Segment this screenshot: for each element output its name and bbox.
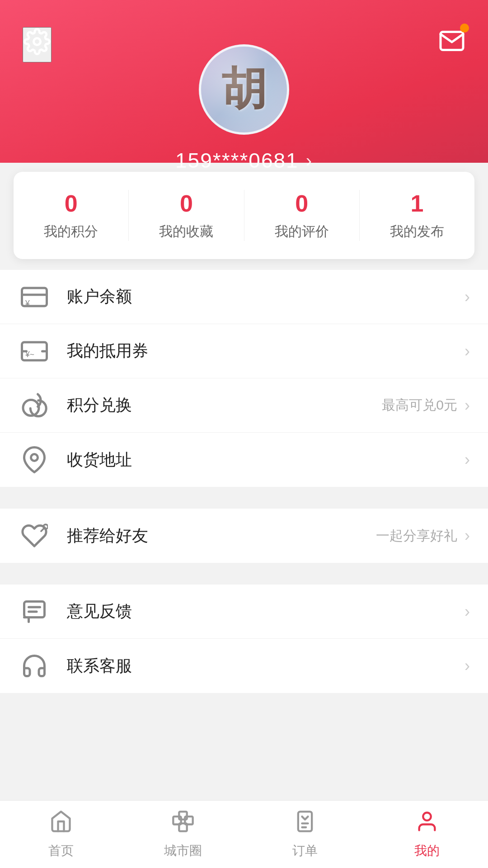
home-icon bbox=[49, 810, 73, 839]
svg-text:¥: ¥ bbox=[25, 299, 30, 308]
menu-support[interactable]: 联系客服 › bbox=[0, 639, 488, 693]
menu-feedback[interactable]: 意见反馈 › bbox=[0, 585, 488, 639]
notification-dot bbox=[460, 24, 469, 33]
wallet-icon: ¥ bbox=[18, 281, 51, 313]
stat-points[interactable]: 0 我的积分 bbox=[14, 190, 128, 241]
svg-rect-11 bbox=[24, 601, 45, 617]
menu-recommend[interactable]: 推荐给好友 一起分享好礼 › bbox=[0, 509, 488, 563]
svg-point-21 bbox=[423, 812, 431, 820]
bottom-nav: 首页 城市圈 订单 bbox=[0, 800, 488, 868]
divider-1 bbox=[0, 487, 488, 498]
coins-icon bbox=[18, 389, 51, 422]
mail-button[interactable] bbox=[438, 27, 465, 58]
svg-point-0 bbox=[34, 38, 41, 45]
stat-favorites[interactable]: 0 我的收藏 bbox=[128, 190, 244, 241]
phone-arrow: › bbox=[306, 151, 313, 171]
user-phone[interactable]: 159****0681 › bbox=[175, 148, 313, 173]
orders-icon bbox=[293, 810, 317, 839]
svg-point-9 bbox=[31, 454, 38, 461]
heart-share-icon bbox=[18, 519, 51, 552]
nav-community[interactable]: 城市圈 bbox=[122, 801, 244, 868]
stat-posts[interactable]: 1 我的发布 bbox=[359, 190, 474, 241]
menu-section-3: 意见反馈 › 联系客服 › bbox=[0, 585, 488, 693]
menu-balance[interactable]: ¥ 账户余额 › bbox=[0, 270, 488, 324]
headset-icon bbox=[18, 650, 51, 682]
menu-section-2: 推荐给好友 一起分享好礼 › bbox=[0, 509, 488, 563]
divider-2 bbox=[0, 563, 488, 574]
feedback-icon bbox=[18, 595, 51, 628]
coupon-icon: ¥~ bbox=[18, 335, 51, 368]
avatar[interactable]: 胡 bbox=[199, 44, 289, 135]
gray-spacer bbox=[0, 693, 488, 802]
menu-address[interactable]: 收货地址 › bbox=[0, 433, 488, 487]
menu-voucher[interactable]: ¥~ 我的抵用券 › bbox=[0, 324, 488, 378]
menu-section-1: ¥ 账户余额 › ¥~ 我的抵用券 › 积分兑换 最高可兑0元 › bbox=[0, 270, 488, 487]
community-icon bbox=[171, 810, 195, 839]
mine-icon bbox=[415, 810, 439, 839]
nav-orders[interactable]: 订单 bbox=[244, 801, 366, 868]
location-icon bbox=[18, 443, 51, 476]
svg-text:¥~: ¥~ bbox=[25, 349, 34, 359]
svg-point-10 bbox=[43, 524, 48, 529]
menu-exchange[interactable]: 积分兑换 最高可兑0元 › bbox=[0, 378, 488, 433]
settings-button[interactable] bbox=[23, 27, 52, 62]
stats-card: 0 我的积分 0 我的收藏 0 我的评价 1 我的发布 bbox=[14, 172, 474, 259]
nav-mine[interactable]: 我的 bbox=[366, 801, 488, 868]
stat-reviews[interactable]: 0 我的评价 bbox=[244, 190, 359, 241]
nav-home[interactable]: 首页 bbox=[0, 801, 122, 868]
